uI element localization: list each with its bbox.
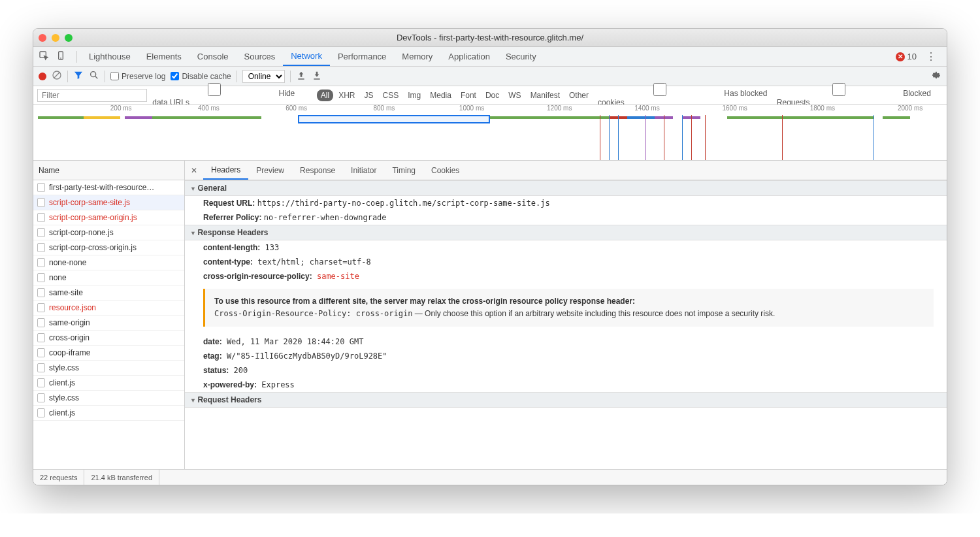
waterfall-overview[interactable]: 200 ms400 ms600 ms800 ms1000 ms1200 ms14… [33, 105, 947, 161]
tab-console[interactable]: Console [189, 47, 237, 66]
tab-sources[interactable]: Sources [237, 47, 284, 66]
ruler-tick: 200 ms [110, 105, 132, 112]
file-icon [37, 318, 45, 327]
inspect-icon[interactable] [39, 50, 49, 63]
filter-chip-doc[interactable]: Doc [482, 90, 503, 101]
filter-chip-all[interactable]: All [317, 90, 333, 101]
request-row[interactable]: resource.json [33, 301, 184, 316]
file-icon [37, 258, 45, 267]
request-list: Name first-party-test-with-resource…scri… [33, 161, 185, 469]
more-menu-icon[interactable]: ⋮ [921, 50, 941, 63]
header-row: x-powered-by: Express [185, 378, 947, 392]
request-name: same-origin [49, 318, 90, 327]
tab-application[interactable]: Application [440, 47, 498, 66]
filter-input[interactable] [37, 89, 147, 102]
request-name: script-corp-cross-origin.js [49, 243, 137, 252]
hide-data-urls-checkbox[interactable]: Hide data URLs [152, 83, 312, 107]
tab-lighthouse[interactable]: Lighthouse [81, 47, 139, 66]
window-title: DevTools - first-party-test-with-resourc… [33, 33, 947, 42]
ruler-tick: 2000 ms [898, 105, 923, 112]
detail-tabs: ✕ HeadersPreviewResponseInitiatorTimingC… [185, 161, 947, 180]
header-row: etag: W/"85-I1lI6GczMydbABS0yD/9roL928E" [185, 349, 947, 363]
request-name: first-party-test-with-resource… [49, 183, 154, 192]
request-name: style.css [49, 363, 79, 372]
clear-icon[interactable] [52, 70, 62, 82]
tab-memory[interactable]: Memory [394, 47, 440, 66]
search-icon[interactable] [89, 70, 99, 82]
request-row[interactable]: style.css [33, 391, 184, 406]
tab-security[interactable]: Security [498, 47, 544, 66]
request-row[interactable]: cross-origin [33, 331, 184, 346]
request-row[interactable]: client.js [33, 376, 184, 391]
detail-pane: ✕ HeadersPreviewResponseInitiatorTimingC… [185, 161, 947, 469]
file-icon [37, 273, 45, 282]
filter-chip-other[interactable]: Other [565, 90, 593, 101]
request-name: client.js [49, 378, 75, 387]
detail-tab-cookies[interactable]: Cookies [423, 161, 467, 180]
detail-tab-response[interactable]: Response [292, 161, 343, 180]
blocked-requests-checkbox[interactable]: Blocked Requests [777, 83, 943, 107]
filter-chip-xhr[interactable]: XHR [335, 90, 359, 101]
filter-chip-font[interactable]: Font [457, 90, 480, 101]
request-row[interactable]: first-party-test-with-resource… [33, 180, 184, 195]
request-headers-section[interactable]: Request Headers [185, 392, 947, 408]
divider [237, 71, 237, 82]
request-row[interactable]: style.css [33, 361, 184, 376]
tab-elements[interactable]: Elements [139, 47, 189, 66]
tab-performance[interactable]: Performance [330, 47, 394, 66]
filter-chip-css[interactable]: CSS [379, 90, 403, 101]
has-blocked-cookies-checkbox[interactable]: Has blocked cookies [598, 83, 772, 107]
ruler-tick: 800 ms [373, 105, 395, 112]
zoom-window-icon[interactable] [65, 34, 73, 42]
error-count-badge[interactable]: ✕ 10 [892, 52, 921, 61]
request-row[interactable]: script-corp-same-site.js [33, 195, 184, 210]
response-headers-section[interactable]: Response Headers [185, 225, 947, 240]
filter-chip-ws[interactable]: WS [504, 90, 525, 101]
tab-network[interactable]: Network [283, 47, 330, 66]
ruler-tick: 1400 ms [634, 105, 659, 112]
request-row[interactable]: script-corp-cross-origin.js [33, 240, 184, 255]
request-row[interactable]: script-corp-none.js [33, 225, 184, 240]
request-row[interactable]: same-site [33, 285, 184, 301]
detail-tab-initiator[interactable]: Initiator [343, 161, 384, 180]
record-button-icon[interactable] [39, 73, 46, 80]
general-section[interactable]: General [185, 180, 947, 196]
preserve-log-checkbox[interactable]: Preserve log [110, 72, 165, 81]
error-icon: ✕ [896, 52, 905, 61]
request-row[interactable]: client.js [33, 406, 184, 421]
request-row[interactable]: none [33, 270, 184, 285]
header-row: content-length: 133 [185, 240, 947, 255]
ruler-tick: 1000 ms [459, 105, 484, 112]
detail-tab-timing[interactable]: Timing [384, 161, 423, 180]
filter-chip-img[interactable]: Img [404, 90, 425, 101]
filter-chip-js[interactable]: JS [361, 90, 378, 101]
svg-line-4 [54, 72, 59, 78]
device-toggle-icon[interactable] [56, 50, 66, 63]
upload-har-icon[interactable] [296, 70, 306, 82]
request-row[interactable]: none-none [33, 255, 184, 270]
download-har-icon[interactable] [312, 70, 322, 82]
minimize-window-icon[interactable] [52, 34, 59, 42]
file-icon [37, 198, 45, 207]
settings-icon[interactable] [931, 70, 941, 82]
close-window-icon[interactable] [39, 34, 46, 42]
filter-chip-media[interactable]: Media [426, 90, 455, 101]
filter-toggle-icon[interactable] [73, 70, 84, 82]
request-list-header[interactable]: Name [33, 161, 184, 180]
main-tabs: LighthouseElementsConsoleSourcesNetworkP… [33, 47, 947, 67]
throttling-select[interactable]: Online [242, 70, 285, 83]
ruler-tick: 1800 ms [810, 105, 835, 112]
titlebar: DevTools - first-party-test-with-resourc… [33, 29, 947, 47]
detail-tab-headers[interactable]: Headers [203, 161, 248, 180]
filter-chip-manifest[interactable]: Manifest [527, 90, 564, 101]
request-row[interactable]: same-origin [33, 316, 184, 331]
timeline-selection[interactable] [298, 115, 490, 123]
status-bar: 22 requests 21.4 kB transferred [33, 469, 947, 485]
request-row[interactable]: script-corp-same-origin.js [33, 210, 184, 225]
disable-cache-checkbox[interactable]: Disable cache [171, 72, 231, 81]
detail-tab-preview[interactable]: Preview [248, 161, 292, 180]
request-row[interactable]: coop-iframe [33, 346, 184, 361]
request-name: none [49, 273, 67, 282]
header-row: content-type: text/html; charset=utf-8 [185, 255, 947, 269]
close-detail-icon[interactable]: ✕ [185, 166, 203, 175]
